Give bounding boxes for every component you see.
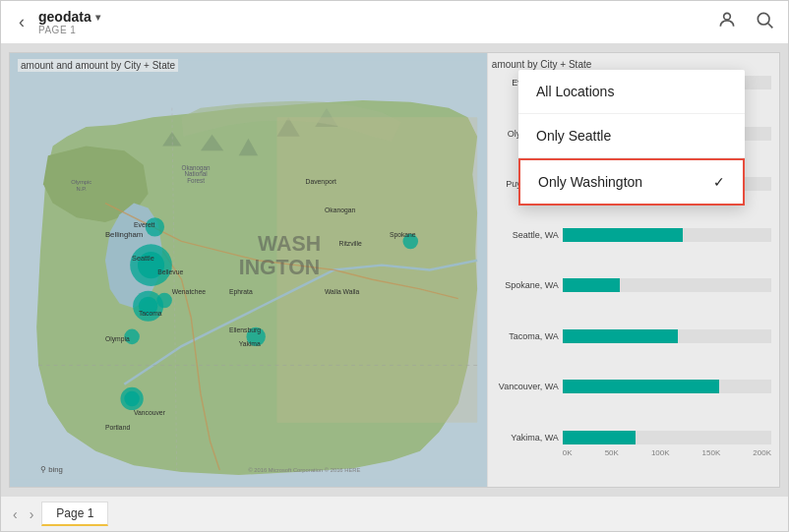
dropdown-item-label: All Locations xyxy=(536,84,614,99)
dropdown-menu: All Locations Only Seattle Only Washingt… xyxy=(518,70,745,206)
dropdown-item-seattle[interactable]: Only Seattle xyxy=(518,114,745,158)
checkmark-icon: ✓ xyxy=(713,174,725,190)
top-bar-right xyxy=(715,8,776,36)
app-title[interactable]: geodata ▾ xyxy=(38,9,100,25)
app-title-text: geodata xyxy=(38,9,91,25)
back-button[interactable]: ‹ xyxy=(13,10,30,34)
svg-point-1 xyxy=(758,13,769,25)
main-content: amount and amount by City + State xyxy=(1,44,788,496)
app-container: ‹ geodata ▾ PAGE 1 xyxy=(0,0,789,532)
dropdown-item-washington[interactable]: Only Washington ✓ xyxy=(518,158,745,206)
next-page-button[interactable]: › xyxy=(26,504,38,524)
dropdown-item-label: Only Washington xyxy=(538,174,642,190)
svg-point-0 xyxy=(724,13,731,20)
prev-page-button[interactable]: ‹ xyxy=(9,504,22,524)
svg-line-2 xyxy=(768,24,773,29)
person-icon-button[interactable] xyxy=(715,8,739,36)
top-bar-left: ‹ geodata ▾ PAGE 1 xyxy=(13,9,100,35)
page-label: PAGE 1 xyxy=(38,25,100,35)
search-icon-button[interactable] xyxy=(753,8,776,36)
title-block: geodata ▾ PAGE 1 xyxy=(38,9,100,35)
dropdown-item-label: Only Seattle xyxy=(536,128,611,144)
dropdown-item-all[interactable]: All Locations xyxy=(518,70,745,114)
bottom-bar: ‹ › Page 1 xyxy=(1,496,788,531)
title-caret-icon: ▾ xyxy=(95,12,100,23)
top-bar: ‹ geodata ▾ PAGE 1 xyxy=(1,1,788,44)
page-tab-1[interactable]: Page 1 xyxy=(41,502,108,526)
